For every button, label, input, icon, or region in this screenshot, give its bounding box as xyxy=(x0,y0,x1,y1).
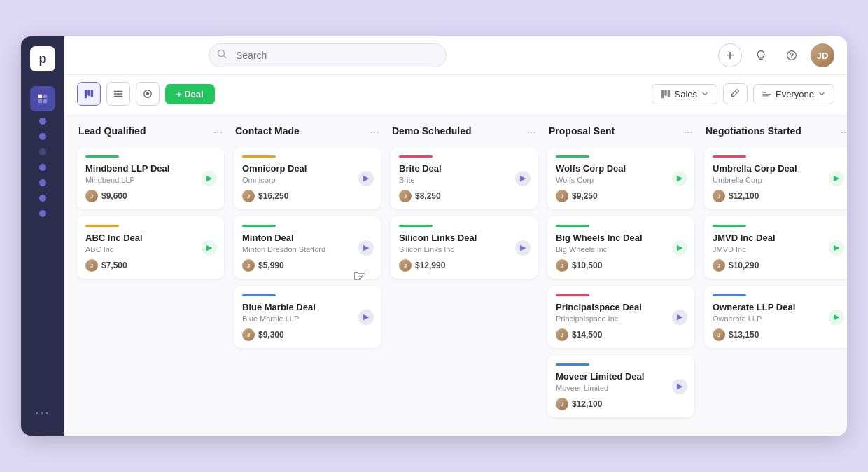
card-footer: J$10,500 xyxy=(556,259,686,272)
user-avatar: J xyxy=(85,259,98,272)
svg-rect-0 xyxy=(38,95,42,98)
table-row[interactable]: Umbrella Corp DealUmbrella CorpJ$12,100▶ xyxy=(704,147,847,209)
svg-rect-8 xyxy=(85,90,88,98)
card-amount: $9,300 xyxy=(258,330,284,340)
svg-rect-3 xyxy=(43,99,47,103)
sales-dropdown-btn[interactable]: Sales xyxy=(652,84,718,104)
table-row[interactable]: Big Wheels Inc DealBig Wheels IncJ$10,50… xyxy=(547,216,694,279)
card-arrow-icon[interactable]: ▶ xyxy=(358,240,374,256)
card-arrow-icon[interactable]: ▶ xyxy=(515,240,531,256)
card-user: J$12,100 xyxy=(713,190,759,202)
card-arrow-icon[interactable]: ▶ xyxy=(829,171,844,186)
card-amount: $8,250 xyxy=(415,191,441,201)
table-row[interactable]: Brite DealBriteJ$8,250▶ xyxy=(391,147,538,209)
svg-rect-2 xyxy=(38,99,42,103)
user-avatar: J xyxy=(713,259,725,272)
table-row[interactable]: Ownerate LLP DealOwnerate LLPJ$13,150▶ xyxy=(704,286,847,348)
user-avatar: J xyxy=(399,190,412,202)
card-amount: $9,600 xyxy=(102,191,127,201)
card-user: J$9,600 xyxy=(85,190,127,202)
table-row[interactable]: Moveer Limited DealMoveer LimitedJ$12,10… xyxy=(547,355,694,417)
card-title: Omnicorp Deal xyxy=(242,163,372,174)
card-user: J$5,990 xyxy=(242,259,284,272)
help-icon-btn[interactable] xyxy=(780,43,804,67)
user-avatar: J xyxy=(556,398,568,410)
card-arrow-icon[interactable]: ▶ xyxy=(672,171,687,186)
card-footer: J$10,290 xyxy=(713,259,843,272)
edit-button[interactable] xyxy=(723,83,748,104)
everyone-dropdown-btn[interactable]: Everyone xyxy=(753,84,834,104)
table-row[interactable]: Omnicorp DealOmnicorpJ$16,250▶ xyxy=(234,147,381,209)
user-avatar: J xyxy=(713,190,725,202)
table-row[interactable]: Silicon Links DealSilicon Links IncJ$12,… xyxy=(391,216,538,279)
svg-rect-10 xyxy=(91,90,94,97)
card-company: Silicon Links Inc xyxy=(399,245,529,254)
app-logo[interactable]: p xyxy=(30,46,55,71)
card-title: Moveer Limited Deal xyxy=(556,371,686,382)
card-user: J$13,150 xyxy=(713,328,759,341)
kanban-col-negotiations-started: Negotiations Started···Umbrella Corp Dea… xyxy=(704,125,847,424)
card-arrow-icon[interactable]: ▶ xyxy=(358,310,374,325)
card-indicator xyxy=(556,294,589,296)
col-menu-contact-made[interactable]: ··· xyxy=(370,125,379,139)
card-indicator xyxy=(713,225,746,227)
sidebar-nav-dot-1 xyxy=(39,118,46,125)
card-company: JMVD Inc xyxy=(713,245,843,254)
sidebar-nav-dot-6 xyxy=(39,195,46,202)
col-menu-demo-scheduled[interactable]: ··· xyxy=(527,125,536,139)
card-user: J$10,500 xyxy=(556,259,602,272)
card-arrow-icon[interactable]: ▶ xyxy=(672,379,687,394)
card-arrow-icon[interactable]: ▶ xyxy=(202,171,217,186)
card-arrow-icon[interactable]: ▶ xyxy=(829,310,844,325)
add-deal-button[interactable]: + Deal xyxy=(165,84,215,104)
sidebar-nav-dot-7 xyxy=(39,210,46,217)
card-footer: J$12,100 xyxy=(556,398,686,410)
card-arrow-icon[interactable]: ▶ xyxy=(358,171,374,186)
toolbar: + Deal Sales xyxy=(64,75,847,113)
card-arrow-icon[interactable]: ▶ xyxy=(672,240,687,256)
card-footer: J$7,500 xyxy=(85,259,216,272)
table-row[interactable]: ABC Inc DealABC IncJ$7,500▶ xyxy=(77,216,224,279)
card-arrow-icon[interactable]: ▶ xyxy=(829,240,844,256)
card-footer: J$5,990 xyxy=(242,259,372,272)
card-amount: $12,990 xyxy=(415,261,445,270)
col-menu-proposal-sent[interactable]: ··· xyxy=(684,125,693,139)
lightbulb-icon-btn[interactable] xyxy=(749,43,773,67)
card-company: Ownerate LLP xyxy=(713,314,843,323)
user-avatar: J xyxy=(242,328,255,341)
col-title-contact-made: Contact Made xyxy=(235,125,300,137)
card-user: J$10,290 xyxy=(713,259,759,272)
sidebar-item-deals[interactable] xyxy=(30,86,55,111)
card-footer: J$12,100 xyxy=(713,190,843,202)
search-input[interactable] xyxy=(209,43,447,67)
kanban-col-demo-scheduled: Demo Scheduled···Brite DealBriteJ$8,250▶… xyxy=(391,125,538,424)
list-view-btn[interactable] xyxy=(106,82,130,106)
card-amount: $7,500 xyxy=(102,261,127,270)
avatar[interactable]: JD xyxy=(811,43,834,67)
table-row[interactable]: Wolfs Corp DealWolfs CorpJ$9,250▶ xyxy=(547,147,694,209)
table-row[interactable]: Minton DealMinton Dresdon StaffordJ$5,99… xyxy=(234,216,381,279)
card-arrow-icon[interactable]: ▶ xyxy=(672,310,687,325)
card-arrow-icon[interactable]: ▶ xyxy=(515,171,531,186)
add-button[interactable]: + xyxy=(718,43,742,67)
avatar-image: JD xyxy=(811,43,834,67)
filter-view-btn[interactable] xyxy=(136,82,160,106)
table-row[interactable]: Principalspace DealPrincipalspace IncJ$1… xyxy=(547,286,694,348)
sidebar-more-icon[interactable]: ··· xyxy=(35,405,50,420)
card-indicator xyxy=(556,363,589,366)
col-menu-lead-qualified[interactable]: ··· xyxy=(214,125,223,139)
table-row[interactable]: JMVD Inc DealJMVD IncJ$10,290▶ xyxy=(704,216,847,279)
card-arrow-icon[interactable]: ▶ xyxy=(202,240,217,256)
kanban-col-proposal-sent: Proposal Sent···Wolfs Corp DealWolfs Cor… xyxy=(547,125,694,424)
card-footer: J$13,150 xyxy=(713,328,843,341)
table-row[interactable]: Mindbend LLP DealMindbend LLPJ$9,600▶ xyxy=(77,147,224,209)
card-indicator xyxy=(713,155,746,158)
col-header-demo-scheduled: Demo Scheduled··· xyxy=(391,125,538,139)
col-header-contact-made: Contact Made··· xyxy=(234,125,381,139)
card-footer: J$12,990 xyxy=(399,259,529,272)
col-menu-negotiations-started[interactable]: ··· xyxy=(841,125,847,139)
card-company: Wolfs Corp xyxy=(556,176,686,184)
table-row[interactable]: Blue Marble DealBlue Marble LLPJ$9,300▶ xyxy=(234,286,381,348)
col-title-lead-qualified: Lead Qualified xyxy=(78,125,146,137)
kanban-view-btn[interactable] xyxy=(77,82,101,106)
